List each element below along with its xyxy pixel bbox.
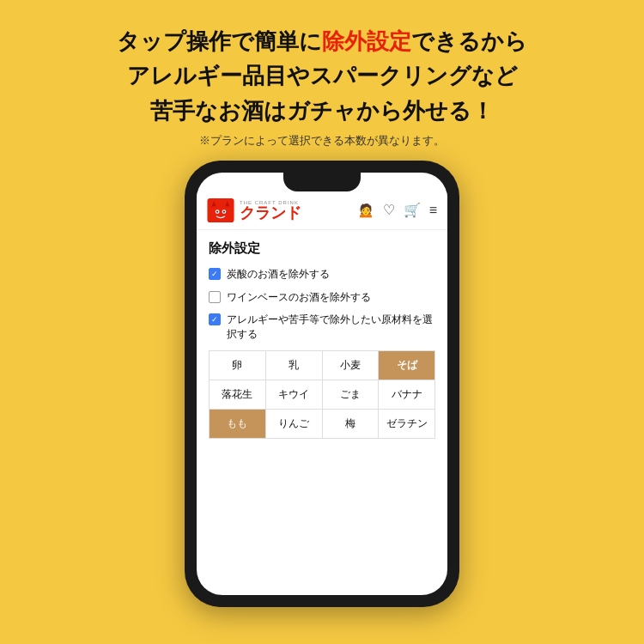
- allergy-cell-egg[interactable]: 卵: [210, 351, 265, 380]
- checkbox-1[interactable]: ✓: [209, 268, 221, 280]
- allergy-cell-peach[interactable]: もも: [210, 410, 265, 438]
- search-menu-icon[interactable]: ≡: [429, 203, 437, 218]
- headline-line1: タップ操作で簡単に除外設定できるから: [117, 24, 527, 58]
- allergy-cell-banana[interactable]: バナナ: [379, 380, 434, 409]
- logo-area: THE CRAFT DRINK クランド: [207, 198, 357, 222]
- cart-icon[interactable]: 🛒: [404, 202, 421, 218]
- allergy-cell-peanut[interactable]: 落花生: [210, 380, 265, 409]
- phone-body: THE CRAFT DRINK クランド 🙍 ♡ 🛒 ≡ 除外設定: [185, 161, 459, 607]
- logo-text: THE CRAFT DRINK クランド: [240, 200, 301, 221]
- phone-screen: THE CRAFT DRINK クランド 🙍 ♡ 🛒 ≡ 除外設定: [197, 173, 447, 595]
- allergy-cell-apple[interactable]: りんご: [266, 410, 322, 438]
- checkbox-label-3: アレルギーや苦手等で除外したい原材料を選択する: [227, 313, 435, 342]
- app-header: THE CRAFT DRINK クランド 🙍 ♡ 🛒 ≡: [197, 191, 447, 230]
- allergy-cell-gelatin[interactable]: ゼラチン: [379, 410, 434, 438]
- allergy-cell-kiwi[interactable]: キウイ: [266, 380, 322, 409]
- phone-mockup: THE CRAFT DRINK クランド 🙍 ♡ 🛒 ≡ 除外設定: [185, 161, 459, 607]
- svg-point-6: [216, 210, 218, 212]
- allergy-cell-ume[interactable]: 梅: [323, 410, 379, 438]
- headline-line2: アレルギー品目やスパークリングなど: [117, 58, 527, 93]
- main-content: 除外設定 ✓ 炭酸のお酒を除外する ワインベースのお酒を除外する ✓ ア: [197, 230, 447, 449]
- logo-name-text: クランド: [240, 205, 301, 221]
- subtext: ※プランによって選択できる本数が異なります。: [199, 133, 445, 149]
- allergy-cell-soba[interactable]: そば: [379, 351, 434, 380]
- allergy-cell-milk[interactable]: 乳: [266, 351, 322, 380]
- checkbox-row-3[interactable]: ✓ アレルギーや苦手等で除外したい原材料を選択する: [209, 313, 435, 342]
- headline: タップ操作で簡単に除外設定できるから アレルギー品目やスパークリングなど 苦手な…: [117, 24, 527, 128]
- svg-point-7: [223, 210, 225, 212]
- logo-cat-icon: [207, 198, 234, 222]
- checkbox-3[interactable]: ✓: [209, 313, 221, 325]
- checkbox-label-2: ワインベースのお酒を除外する: [227, 290, 371, 305]
- allergy-cell-wheat[interactable]: 小麦: [323, 351, 379, 380]
- phone-notch: [283, 173, 361, 191]
- checkbox-label-1: 炭酸のお酒を除外する: [227, 267, 330, 282]
- allergy-grid: 卵 乳 小麦 そば 落花生 キウイ ごま バナナ もも りんご 梅 ゼラチン: [209, 350, 435, 439]
- screen-content: THE CRAFT DRINK クランド 🙍 ♡ 🛒 ≡ 除外設定: [197, 173, 447, 595]
- allergy-cell-sesame[interactable]: ごま: [323, 380, 379, 409]
- user-icon[interactable]: 🙍: [357, 202, 374, 218]
- checkbox-row-2[interactable]: ワインベースのお酒を除外する: [209, 290, 435, 305]
- checkbox-2[interactable]: [209, 291, 221, 303]
- section-title: 除外設定: [209, 240, 435, 257]
- headline-line3: 苦手なお酒はガチャから外せる！: [117, 94, 527, 128]
- header-icons: 🙍 ♡ 🛒 ≡: [357, 202, 437, 218]
- checkbox-row-1[interactable]: ✓ 炭酸のお酒を除外する: [209, 267, 435, 282]
- heart-icon[interactable]: ♡: [383, 202, 395, 218]
